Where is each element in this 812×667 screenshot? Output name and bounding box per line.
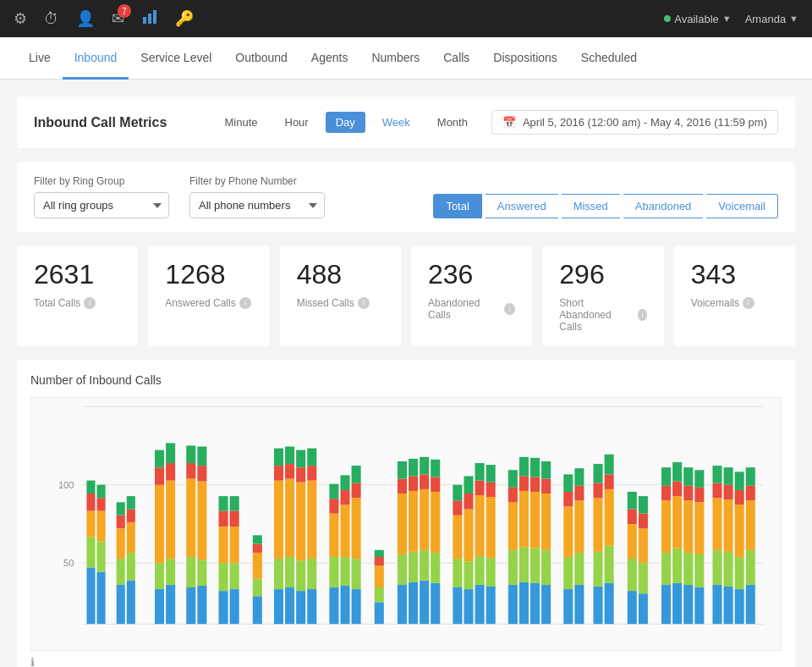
abandoned-calls-info[interactable]: i (504, 303, 515, 315)
status-chevron: ▼ (722, 14, 732, 24)
status-label[interactable]: Available (674, 13, 719, 25)
svg-rect-68 (274, 449, 283, 466)
svg-text:100: 100 (58, 480, 74, 490)
answered-calls-info[interactable]: i (239, 297, 251, 309)
svg-rect-94 (352, 589, 361, 624)
tab-calls[interactable]: Calls (431, 38, 481, 80)
time-btn-month[interactable]: Month (427, 112, 478, 133)
svg-rect-115 (420, 550, 429, 581)
tab-inbound[interactable]: Inbound (63, 38, 129, 80)
svg-rect-136 (475, 495, 485, 556)
svg-rect-104 (398, 585, 407, 624)
abandoned-calls-number: 236 (428, 259, 515, 290)
svg-rect-196 (661, 500, 671, 553)
stats-row: 2631 Total Calls i 1268 Answered Calls i… (17, 245, 795, 346)
svg-rect-151 (519, 491, 529, 548)
ring-group-select[interactable]: All ring groups (34, 192, 169, 218)
time-btn-hour[interactable]: Hour (275, 112, 319, 133)
svg-rect-201 (672, 496, 682, 548)
chart-area: Number of Inbound Calls 100 50 (17, 360, 795, 667)
total-calls-info[interactable]: i (84, 297, 96, 309)
svg-rect-123 (431, 460, 440, 477)
date-range[interactable]: 📅 April 5, 2016 (12:00 am) - May 4, 2016… (491, 110, 778, 135)
view-toggle: Total Answered Missed Abandoned Voicemai… (433, 194, 778, 218)
svg-rect-119 (431, 583, 440, 624)
svg-rect-43 (186, 446, 195, 464)
mail-icon[interactable]: ✉ 7 (112, 9, 124, 28)
svg-rect-207 (683, 486, 693, 500)
svg-rect-171 (574, 500, 584, 553)
svg-rect-132 (464, 493, 473, 509)
short-abandoned-info[interactable]: i (638, 309, 646, 321)
tab-numbers[interactable]: Numbers (359, 38, 431, 80)
voicemails-info[interactable]: i (743, 297, 754, 309)
view-btn-abandoned[interactable]: Abandoned (623, 194, 704, 218)
tab-outbound[interactable]: Outbound (223, 38, 299, 80)
svg-rect-130 (464, 561, 473, 589)
mail-badge: 7 (118, 4, 131, 18)
svg-rect-185 (628, 559, 637, 591)
svg-rect-219 (724, 587, 733, 624)
svg-rect-200 (672, 548, 682, 583)
chart-info: ℹ (30, 656, 782, 667)
user-name: Amanda (745, 13, 786, 25)
svg-rect-140 (486, 558, 496, 587)
svg-rect-25 (127, 553, 135, 581)
svg-rect-74 (296, 591, 305, 624)
view-btn-missed[interactable]: Missed (562, 194, 620, 218)
svg-rect-87 (329, 499, 338, 513)
missed-calls-info[interactable]: i (358, 297, 370, 309)
svg-rect-126 (453, 515, 462, 559)
svg-rect-35 (166, 559, 175, 585)
svg-rect-194 (661, 585, 671, 624)
time-btn-day[interactable]: Day (326, 112, 365, 133)
total-calls-number: 2631 (34, 259, 121, 290)
user-chevron: ▼ (789, 14, 798, 24)
svg-rect-18 (97, 485, 106, 498)
svg-rect-156 (530, 492, 540, 548)
svg-rect-109 (409, 582, 418, 624)
svg-rect-11 (86, 511, 95, 537)
chart-icon[interactable] (141, 8, 158, 30)
svg-rect-108 (398, 461, 407, 479)
svg-rect-162 (541, 479, 551, 493)
svg-rect-217 (712, 483, 721, 498)
svg-rect-46 (197, 482, 206, 560)
user-icon[interactable]: 👤 (76, 9, 95, 28)
user-menu[interactable]: Amanda ▼ (745, 13, 798, 25)
svg-rect-189 (639, 593, 648, 624)
svg-rect-230 (746, 550, 755, 585)
svg-rect-195 (661, 553, 671, 585)
svg-rect-88 (329, 484, 338, 499)
stat-card-short-abandoned: 296 Short Abandoned Calls i (542, 245, 663, 346)
status-indicator[interactable]: Available ▼ (664, 13, 731, 25)
svg-rect-210 (694, 554, 704, 587)
key-icon[interactable]: 🔑 (175, 9, 194, 28)
tab-scheduled[interactable]: Scheduled (569, 38, 649, 80)
view-btn-answered[interactable]: Answered (486, 194, 558, 218)
svg-rect-135 (475, 556, 485, 585)
svg-rect-141 (486, 497, 496, 558)
tab-dispositions[interactable]: Dispositions (481, 38, 568, 80)
clock-icon[interactable]: ⏱ (44, 10, 59, 28)
chart-info-icon[interactable]: ℹ (30, 656, 35, 667)
svg-rect-42 (186, 463, 195, 478)
time-btn-minute[interactable]: Minute (214, 112, 267, 133)
tab-service-level[interactable]: Service Level (129, 38, 223, 80)
svg-rect-47 (197, 466, 206, 481)
view-btn-voicemail[interactable]: Voicemail (706, 194, 778, 218)
svg-rect-228 (735, 471, 744, 490)
svg-rect-59 (253, 596, 262, 624)
svg-rect-166 (563, 506, 573, 557)
svg-rect-191 (639, 528, 648, 563)
time-btn-week[interactable]: Week (372, 112, 420, 133)
settings-icon[interactable]: ⚙ (14, 9, 27, 28)
view-btn-total[interactable]: Total (433, 194, 481, 218)
phone-number-select[interactable]: All phone numbers (189, 192, 325, 218)
svg-rect-93 (340, 475, 349, 489)
svg-rect-218 (712, 466, 721, 483)
tab-live[interactable]: Live (17, 38, 63, 80)
svg-rect-181 (605, 489, 614, 546)
svg-rect-227 (735, 490, 744, 504)
tab-agents[interactable]: Agents (299, 38, 360, 80)
